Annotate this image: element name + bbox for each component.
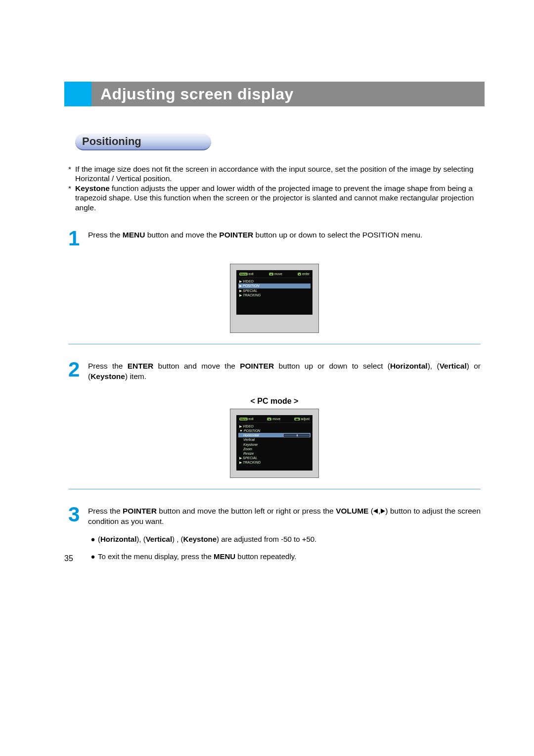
intro-notes: * If the image size does not fit the scr… [68,164,481,212]
step-number: 2 [68,358,88,382]
hint-adjust: adjust [301,417,310,421]
menu-bold: MENU [214,552,235,561]
pointer-bold: POINTER [240,362,274,370]
osd-figure-2: < PC mode > Menuexit ▲move ◀▶adjust ▶VID… [64,397,485,478]
volume-bold: VOLUME [336,507,368,515]
tri-right-icon: ▶ [239,456,242,460]
osd-hint-bar: Menuexit ▲move ◀▶adjust [238,417,311,423]
osd-label: Horizontal [243,433,259,437]
osd-item: ▶VIDEO [238,279,311,284]
pointer-bold: POINTER [123,507,157,515]
step-body: Press the ENTER button and move the POIN… [88,358,481,382]
t: ) , ( [172,535,183,543]
osd-item: ▶SPECIAL [238,456,311,460]
section-heading: Positioning [82,135,141,148]
keystone-bold: Keystone [183,535,217,543]
page-title: Adjusting screen display [91,82,485,106]
t: Press the [88,231,123,239]
osd-sub-item: Vertical [238,437,311,442]
t: ( [368,507,373,515]
arrow-right-icon [381,509,385,514]
tri-right-icon: ▶ [239,425,242,428]
t: ), ( [136,535,145,543]
t: button and move the [145,231,219,239]
step-3: 3 Press the POINTER button and move the … [68,503,481,568]
osd-label: TRACKING [243,293,261,297]
step-2: 2 Press the ENTER button and move the PO… [68,358,481,382]
tri-down-icon: ▼ [239,429,243,432]
osd-item-open: ▼POSITION [238,428,311,433]
hint-exit: exit [249,272,254,276]
osd-label: VIDEO [243,425,254,428]
t: button up or down to select ( [274,362,390,370]
step-body: Press the POINTER button and move the bu… [88,503,481,568]
t: button up or down to select the POSITION… [253,231,422,239]
arrow-left-icon [373,509,378,514]
osd-item: ▶TRACKING [238,293,311,297]
osd-label: POSITION [244,429,260,432]
tri-right-icon: ▶ [239,461,242,464]
section-heading-pill: Positioning [75,134,211,150]
step-1: 1 Press the MENU button and move the POI… [68,227,481,249]
horizontal-bold: Horizontal [100,535,136,543]
note2-rest: function adjusts the upper and lower wid… [75,184,474,212]
osd-label: VIDEO [243,280,254,283]
hint-exit: exit [249,417,254,421]
t: ) are adjusted from -50 to +50. [217,535,316,543]
menu-bold: MENU [123,231,145,239]
osd-sub-item: Keystone [238,442,311,447]
hint-move: move [274,272,282,276]
tri-right-icon: ▶ [239,289,242,292]
step3-bullets: ● (Horizontal), (Vertical) , (Keystone) … [88,534,481,562]
asterisk-icon: * [68,164,75,184]
osd-screen: Menuexit ▲move ●enter ▶VIDEO ▶POSITION ▶… [230,264,319,333]
osd-caption: < PC mode > [251,397,299,406]
vertical-bold: Vertical [146,535,172,543]
hint-enter: enter [302,272,310,276]
enter-bold: ENTER [128,362,154,370]
asterisk-icon: * [68,184,75,212]
osd-label: TRACKING [243,461,261,464]
osd-sub-item: Zoom [238,447,311,451]
osd-inner: Menuexit ▲move ◀▶adjust ▶VIDEO ▼POSITION… [236,415,312,471]
step-body: Press the MENU button and move the POINT… [88,227,481,249]
osd-inner: Menuexit ▲move ●enter ▶VIDEO ▶POSITION ▶… [236,270,312,315]
osd-item: ▶VIDEO [238,424,311,428]
tri-right-icon: ▶ [239,284,242,288]
t: button and move the button left or right… [157,507,336,515]
page-number: 35 [64,554,73,563]
osd-screen: Menuexit ▲move ◀▶adjust ▶VIDEO ▼POSITION… [230,409,319,478]
note-text: If the image size does not fit the scree… [75,164,481,184]
tri-right-icon: ▶ [239,280,242,283]
menu-key-icon: Menu [239,273,248,276]
bullet-icon: ● [88,551,98,562]
osd-item: ▶TRACKING [238,460,311,465]
t: button repeatedly. [235,552,296,561]
slider-icon [284,434,310,437]
t: ) item. [125,372,146,380]
keystone-bold: Keystone [75,184,110,192]
osd-item-selected: ▶POSITION [238,284,311,288]
vertical-bold: Vertical [440,362,467,370]
updown-key-icon: ▲ [267,418,271,421]
osd-label: POSITION [243,284,259,288]
t: To exit the menu display, press the [98,552,214,561]
bullet-row: ● (Horizontal), (Vertical) , (Keystone) … [88,534,481,544]
keystone-bold: Keystone [90,372,125,380]
section-divider [68,344,481,344]
osd-sub-item: Resize [238,451,311,456]
bullet-text: (Horizontal), (Vertical) , (Keystone) ar… [98,534,316,544]
updown-key-icon: ▲ [269,273,273,276]
t: Press the [88,507,123,515]
enter-key-icon: ● [298,273,301,276]
bullet-text: To exit the menu display, press the MENU… [98,551,296,562]
osd-figure-1: Menuexit ▲move ●enter ▶VIDEO ▶POSITION ▶… [64,264,485,333]
bullet-icon: ● [88,534,98,544]
note-text: Keystone function adjusts the upper and … [75,184,481,212]
hint-move: move [272,417,280,421]
t: button and move the [153,362,240,370]
pointer-bold: POINTER [219,231,253,239]
t: Press the [88,362,128,370]
tri-right-icon: ▶ [239,293,242,297]
osd-item: ▶SPECIAL [238,288,311,293]
